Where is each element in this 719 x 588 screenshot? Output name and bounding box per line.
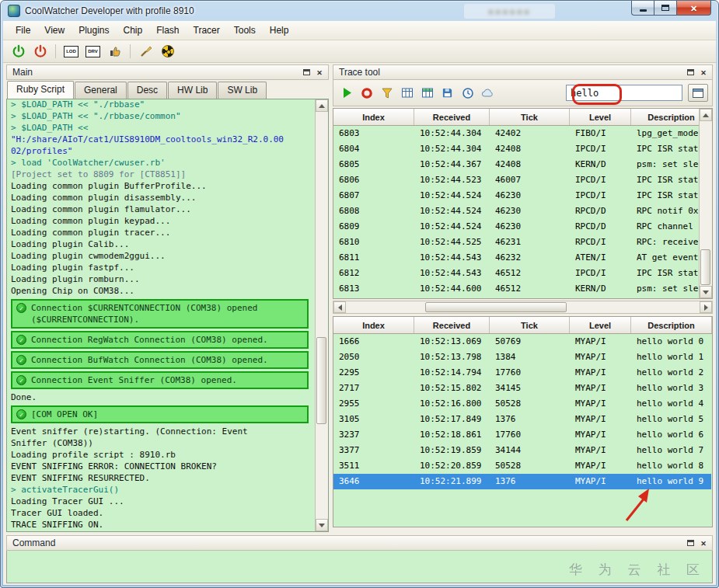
maximize-button[interactable] xyxy=(654,1,676,16)
radiation-button[interactable] xyxy=(159,43,176,61)
trace-row[interactable]: 205010:52:13.7981384MYAP/Ihello world 1 xyxy=(333,350,711,365)
trace-table-button[interactable] xyxy=(398,84,416,102)
tab-general[interactable]: General xyxy=(75,82,127,99)
minimize-button[interactable] xyxy=(631,1,654,16)
cell-description: IPC ISR statu xyxy=(631,188,699,204)
trace-cloud-button[interactable] xyxy=(479,84,497,102)
close-button[interactable] xyxy=(676,1,711,16)
trace-row[interactable]: 680910:52:44.52446230RPCD/DRPC channel xyxy=(333,219,699,235)
title-bar[interactable]: CoolWatcher Developer with profile 8910 … xyxy=(1,1,718,21)
column-header-index[interactable]: Index xyxy=(333,109,414,125)
scroll-up-button[interactable] xyxy=(700,109,712,121)
console-scrollbar[interactable] xyxy=(315,99,328,531)
column-header-received[interactable]: Received xyxy=(414,317,490,333)
trace-window-button[interactable] xyxy=(688,84,708,102)
cell-received: 10:52:44.524 xyxy=(414,188,490,204)
close-panel-button[interactable] xyxy=(697,67,710,78)
trace-table-top[interactable]: IndexReceivedTickLevelDescription680310:… xyxy=(333,108,713,299)
scroll-down-button[interactable] xyxy=(700,286,712,298)
menu-file[interactable]: File xyxy=(9,22,37,39)
scrollbar-thumb[interactable] xyxy=(425,302,567,312)
trace-row[interactable]: 310510:52:17.8491376MYAP/Ihello world 5 xyxy=(333,412,711,427)
float-panel-button[interactable] xyxy=(300,67,312,78)
cell-tick: 1376 xyxy=(490,412,570,427)
tab-desc[interactable]: Desc xyxy=(127,82,167,99)
tab-sw-lib[interactable]: SW Lib xyxy=(218,82,267,99)
trace-top-scrollbar[interactable] xyxy=(699,109,712,298)
trace-row[interactable]: 680810:52:44.52446230RPCD/DRPC notif 0x0 xyxy=(333,204,699,219)
trace-row[interactable]: 337710:52:19.85934144MYAP/Ihello world 7 xyxy=(333,443,711,458)
menu-flash[interactable]: Flash xyxy=(149,22,186,39)
trace-filter-input[interactable] xyxy=(566,85,682,101)
menu-view[interactable]: View xyxy=(37,22,72,39)
trace-row[interactable]: 351110:52:20.85950528MYAP/Ihello world 8 xyxy=(333,458,711,474)
column-header-tick[interactable]: Tick xyxy=(490,109,570,125)
trace-row[interactable]: 681010:52:44.52546231RPCD/IRPC: receive xyxy=(333,235,699,250)
close-panel-button[interactable] xyxy=(697,538,710,549)
scroll-right-button[interactable] xyxy=(700,301,712,313)
cell-index: 6811 xyxy=(333,250,414,266)
scroll-left-button[interactable] xyxy=(333,301,346,313)
menu-chip[interactable]: Chip xyxy=(117,22,150,39)
trace-row[interactable]: 680610:52:44.52346007IPCD/IIPC ISR statu xyxy=(333,172,699,188)
cell-level: MYAP/I xyxy=(570,458,631,474)
trace-play-button[interactable] xyxy=(337,84,355,102)
column-header-level[interactable]: Level xyxy=(570,317,631,333)
scroll-up-button[interactable] xyxy=(316,99,328,112)
menu-tools[interactable]: Tools xyxy=(227,22,263,39)
column-header-description[interactable]: Description xyxy=(631,317,712,333)
command-panel-title: Command xyxy=(12,538,683,548)
flash-thumb-button[interactable] xyxy=(106,43,124,61)
drv-button[interactable] xyxy=(84,43,102,61)
power-green-button[interactable] xyxy=(9,43,27,61)
trace-row-selected[interactable]: 364610:52:21.8991376MYAP/Ihello world 9 xyxy=(333,474,711,489)
trace-row[interactable]: 680710:52:44.52446230IPCD/IIPC ISR statu xyxy=(333,188,699,204)
trace-row[interactable]: 323710:52:18.86117760MYAP/Ihello world 6 xyxy=(333,427,711,443)
trace-row[interactable]: 680510:52:44.36742408KERN/Dpsm: set slee xyxy=(333,157,699,172)
float-panel-button[interactable] xyxy=(684,538,696,549)
trace-row[interactable]: 680310:52:44.30442402FIBO/Ilpg_get_moder xyxy=(333,126,699,141)
trace-row[interactable]: 680410:52:44.30442408IPCD/IIPC ISR statu xyxy=(333,141,699,157)
column-header-level[interactable]: Level xyxy=(570,109,631,125)
client-area: FileViewPluginsChipFlashTracerToolsHelp xyxy=(3,21,716,585)
trace-filter-button[interactable] xyxy=(378,84,396,102)
trace-tool-panel: Trace tool xyxy=(333,64,713,532)
check-icon xyxy=(16,375,26,385)
trace-save-button[interactable] xyxy=(438,84,456,102)
trace-row[interactable]: 295510:52:16.80050528MYAP/Ihello world 4 xyxy=(333,396,711,412)
scrollbar-thumb[interactable] xyxy=(700,249,710,285)
lod-button[interactable] xyxy=(62,43,80,61)
power-red-icon xyxy=(33,44,47,58)
scrollbar-thumb[interactable] xyxy=(316,337,326,424)
close-panel-button[interactable] xyxy=(313,67,326,78)
cell-level: MYAP/I xyxy=(570,412,631,427)
trace-row[interactable]: 681210:52:44.54346512IPCD/IIPC ISR statu xyxy=(333,266,699,281)
trace-record-button[interactable] xyxy=(358,84,375,102)
console-line: Loading Tracer GUI ... xyxy=(11,496,311,507)
power-red-button[interactable] xyxy=(31,43,49,61)
ruby-console[interactable]: > include CoolWatcher> $LOAD_PATH << "./… xyxy=(6,99,329,532)
trace-row[interactable]: 681110:52:44.54346232ATEN/IAT get event: xyxy=(333,250,699,266)
scroll-down-button[interactable] xyxy=(316,519,328,531)
trace-row[interactable]: 681310:52:44.60046512KERN/Dpsm: set slee xyxy=(333,281,699,297)
column-header-tick[interactable]: Tick xyxy=(490,317,570,333)
trace-clock-button[interactable] xyxy=(459,84,476,102)
command-content[interactable] xyxy=(6,551,713,583)
column-header-received[interactable]: Received xyxy=(414,109,490,125)
float-panel-button[interactable] xyxy=(684,67,696,78)
trace-table-bottom[interactable]: IndexReceivedTickLevelDescription166610:… xyxy=(333,316,713,527)
menu-tracer[interactable]: Tracer xyxy=(187,22,227,39)
menu-help[interactable]: Help xyxy=(263,22,296,39)
tools-button[interactable] xyxy=(137,43,155,61)
trace-row[interactable]: 229510:52:14.79417760MYAP/Ihello world 2 xyxy=(333,365,711,381)
trace-toolbar xyxy=(333,80,713,106)
trace-horizontal-scrollbar[interactable] xyxy=(333,301,713,314)
tab-ruby-script[interactable]: Ruby Script xyxy=(7,81,74,99)
trace-table-color-button[interactable] xyxy=(418,84,436,102)
tab-hw-lib[interactable]: HW Lib xyxy=(168,82,217,99)
column-header-index[interactable]: Index xyxy=(333,317,414,333)
menu-plugins[interactable]: Plugins xyxy=(72,22,116,39)
trace-row[interactable]: 166610:52:13.06950769MYAP/Ihello world 0 xyxy=(333,334,711,350)
dock-area: Main Ruby ScriptGeneralDescHW LibSW Lib … xyxy=(3,63,716,534)
trace-row[interactable]: 271710:52:15.80234145MYAP/Ihello world 3 xyxy=(333,381,711,396)
